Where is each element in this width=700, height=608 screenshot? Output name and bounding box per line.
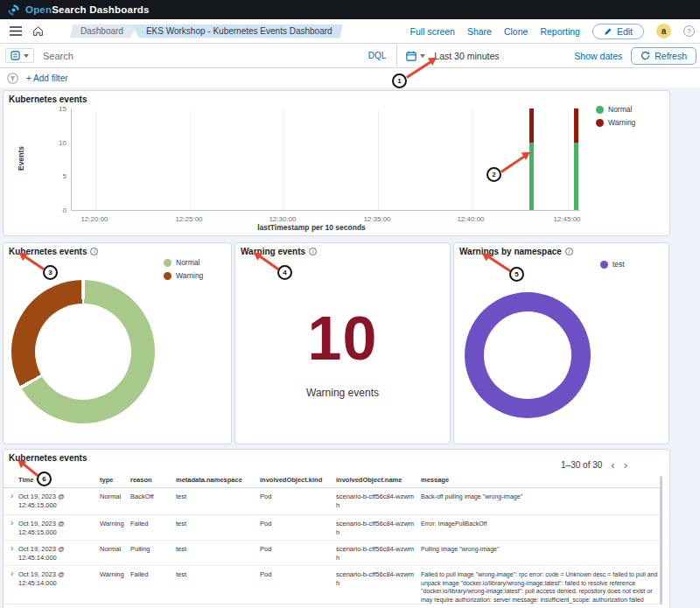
pagination: 1–30 of 30 ‹ › [561,460,627,470]
table-row: › Oct 19, 2023 @ 12:45:15.000 Normal Bac… [4,488,662,514]
metric-label: Warning events [235,387,450,399]
calendar-dropdown-button[interactable] [406,51,425,61]
next-page-icon[interactable]: › [624,461,627,470]
cell-time: Oct 19, 2023 @ 12:45:14.000 [18,545,95,562]
gridline [95,109,96,210]
expand-row-icon[interactable]: › [10,544,13,553]
x-tick: 12:30:00 [260,215,305,223]
column-header-reason[interactable]: reason [130,476,172,484]
panel-title: Kubernetes events [9,94,87,104]
cell-type: Warning [100,570,129,579]
share-link[interactable]: Share [467,26,492,37]
cell-kind: Pod [260,545,333,554]
x-tick: 12:40:00 [448,215,494,223]
info-icon[interactable]: i [565,248,573,255]
brand-text: OpenSearch Dashboards [25,4,150,15]
help-icon[interactable]: ? [683,25,695,37]
gridline [284,109,284,210]
cell-reason: BackOff [130,493,172,501]
column-header-type[interactable]: type [100,476,129,484]
refresh-button[interactable]: Refresh [631,47,696,65]
filter-circle-icon[interactable] [7,73,18,84]
cell-namespace: test [176,570,257,579]
cell-time: Oct 19, 2023 @ 12:45:15.000 [18,493,95,509]
annotation-badge-2: 2 [486,167,501,182]
opensearch-logo-icon [7,3,20,17]
legend-item-normal[interactable]: Normal [596,105,635,114]
avatar[interactable]: a [656,24,671,38]
column-header-kind[interactable]: involvedObject.kind [260,476,333,484]
chart-legend: Normal Warning [596,105,635,127]
y-tick: 5 [43,172,66,180]
add-filter-link[interactable]: + Add filter [26,73,68,83]
reporting-link[interactable]: Reporting [540,26,580,37]
legend-dot [600,261,608,269]
full-screen-link[interactable]: Full screen [410,26,455,37]
edit-button[interactable]: Edit [592,24,644,39]
gridline [378,109,379,210]
panel-title: Warnings by namespacei [459,247,573,256]
expand-row-icon[interactable]: › [10,519,13,528]
bar-stack[interactable] [574,108,578,210]
legend-item-normal[interactable]: Normal [164,258,203,267]
cell-type: Warning [100,520,129,528]
namespace-donut-chart[interactable] [465,292,591,418]
breadcrumb-dashboard[interactable]: Dashboard [70,24,137,38]
breadcrumb-current-dashboard[interactable]: EKS Workshop - Kubernetes Events Dashboa… [132,24,343,38]
time-range-value[interactable]: Last 30 minutes [434,51,574,61]
info-icon[interactable]: i [90,248,98,255]
x-tick: 12:20:00 [72,215,117,223]
events-donut-chart[interactable] [11,280,155,423]
annotation-badge-1: 1 [392,73,407,88]
gridline [472,109,472,210]
cell-message: Pulling image "wrong-image" [421,545,659,554]
legend-item-test[interactable]: test [600,260,625,269]
expand-row-icon[interactable]: › [10,570,13,578]
column-header-time[interactable]: Time [18,476,95,484]
opensearch-brand[interactable]: OpenSearch Dashboards [7,3,150,17]
legend-item-warning[interactable]: Warning [596,118,635,127]
bar-segment-warning [574,108,578,143]
legend-item-warning[interactable]: Warning [164,271,203,280]
previous-page-icon[interactable]: ‹ [611,461,614,470]
cell-reason: Failed [130,570,172,579]
bar-stack[interactable] [529,108,534,210]
metric-value: 10 [235,308,450,369]
table-scrollbar[interactable] [660,476,662,605]
cell-name: scenario-b-cff56c84-wzwmh [336,545,417,562]
saved-query-icon [10,51,20,60]
filter-bar: + Add filter [0,68,700,87]
table-header-row: Time type reason metadata.namespace invo… [4,476,662,488]
cell-name: scenario-b-cff56c84-wzwmh [336,520,417,536]
date-picker: Last 30 minutes Show dates Refresh [396,44,700,68]
column-header-name[interactable]: involvedObject.name [336,476,417,484]
chevron-down-icon [24,54,29,58]
show-dates-link[interactable]: Show dates [574,51,622,61]
expand-row-icon[interactable]: › [10,492,13,500]
clone-link[interactable]: Clone [504,26,528,37]
bar-segment-normal [574,143,578,210]
cell-message: Back-off pulling image "wrong-image" [421,493,659,501]
y-tick: 15 [43,105,66,113]
cell-kind: Pod [260,520,333,528]
y-tick: 10 [43,139,66,147]
dql-selector[interactable]: DQL [368,51,387,60]
chart-legend: Normal Warning [164,258,203,280]
gridline [568,109,569,210]
donut-hole [35,304,131,400]
search-input[interactable] [43,51,368,61]
x-tick: 12:45:00 [544,215,590,223]
cell-reason: Pulling [130,545,172,554]
menu-hamburger-icon[interactable] [10,26,22,36]
column-header-namespace[interactable]: metadata.namespace [176,476,257,484]
pencil-icon [604,27,612,36]
home-icon[interactable] [32,25,44,37]
legend-dot [596,106,604,114]
cell-type: Normal [100,493,129,501]
cell-time: Oct 19, 2023 @ 12:45:14.000 [18,570,95,587]
annotation-badge-6: 6 [37,472,52,486]
column-header-message[interactable]: message [421,476,659,484]
saved-query-menu-button[interactable] [5,48,34,63]
cell-name: scenario-b-cff56c84-wzwmh [336,493,417,509]
info-icon[interactable]: i [309,248,317,255]
